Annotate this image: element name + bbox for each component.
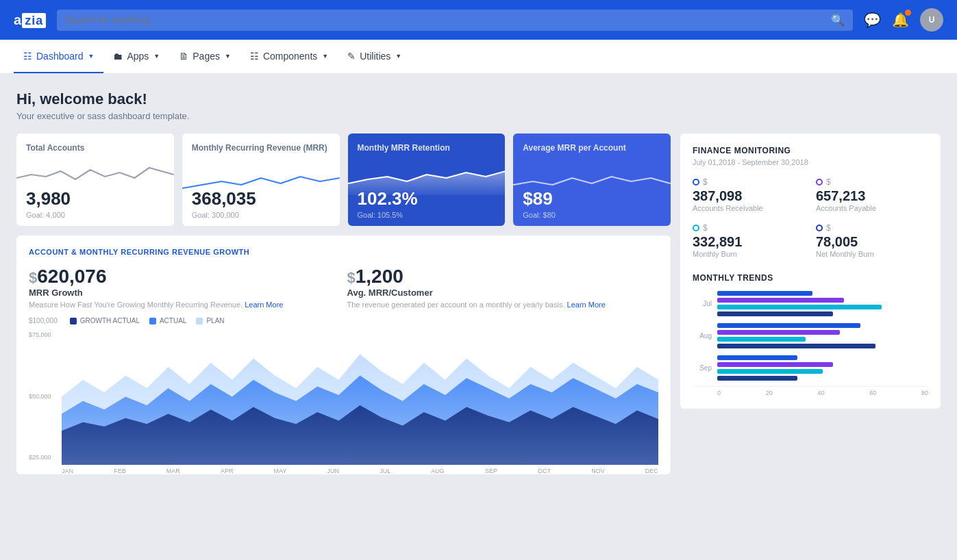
y-axis-labels: $75,000 $50,000 $25,000 (29, 329, 62, 461)
chevron-down-icon-apps: ▼ (153, 53, 160, 60)
learn-more-2[interactable]: Learn More (567, 301, 606, 309)
stat-card-retention: Monthly MRR Retention 102.3% (348, 133, 506, 226)
fi-value-ar: 387,098 (693, 188, 805, 204)
bell-icon[interactable]: 🔔 (892, 12, 909, 28)
fi-label-ap: Accounts Payable (816, 204, 928, 212)
utilities-icon: ✎ (347, 51, 356, 62)
secondary-nav: ☷ Dashboard ▼ 🖿 Apps ▼ 🗎 Pages ▼ ☷ Compo… (0, 40, 957, 74)
legend-dot-actual (149, 318, 156, 324)
sparkline-avg-mrr (513, 164, 671, 195)
nav-label-apps: Apps (127, 51, 149, 62)
dot-ap (816, 179, 823, 186)
x-axis-labels: JAN FEB MAR APR MAY JUN JUL AUG SEP OCT … (62, 465, 658, 474)
stat-title-avg-mrr: Average MRR per Account (523, 143, 661, 153)
metric-mrr-desc: Measure How Fast You're Growing Monthly … (29, 300, 340, 310)
area-chart-container: $75,000 $50,000 $25,000 (29, 329, 658, 474)
welcome-subtext: Your executive or sass dashboard templat… (16, 111, 941, 121)
stat-card-mrr: Monthly Recurring Revenue (MRR) 368,035 … (182, 133, 340, 226)
dollar-sign-1: $ (29, 269, 37, 286)
bar-sep-4 (717, 376, 797, 381)
finance-item-nmb: $ 78,005 Net Monthly Burn (816, 223, 928, 258)
fi-label-nmb: Net Monthly Burn (816, 250, 928, 258)
learn-more-1[interactable]: Learn More (245, 301, 283, 309)
left-panel: Total Accounts 3,980 Goal: 4,000 Monthly… (16, 133, 671, 474)
bar-aug-1 (717, 323, 860, 328)
dollar-sign-2: $ (347, 269, 356, 286)
components-icon: ☷ (250, 51, 259, 62)
monthly-trends-title: MONTHLY TRENDS (693, 273, 928, 283)
nav-label-components: Components (263, 51, 317, 62)
sparkline-retention (348, 164, 506, 195)
nav-item-dashboard[interactable]: ☷ Dashboard ▼ (14, 40, 103, 73)
metric-avg-value: $1,200 (347, 266, 659, 288)
nav-item-apps[interactable]: 🖿 Apps ▼ (103, 40, 169, 73)
dashboard-icon: ☷ (23, 51, 32, 62)
fi-dollar-nmb: $ (826, 223, 831, 233)
stat-goal-retention: Goal: 105.5% (358, 211, 496, 219)
stat-value-accounts: 3,980 (26, 188, 164, 209)
nav-item-components[interactable]: ☷ Components ▼ (240, 40, 338, 73)
pages-icon: 🗎 (179, 51, 188, 62)
nav-label-dashboard: Dashboard (36, 51, 84, 62)
fi-dollar-mb: $ (703, 223, 708, 233)
chevron-down-icon-components: ▼ (322, 53, 328, 60)
nav-item-utilities[interactable]: ✎ Utilities ▼ (338, 40, 411, 73)
finance-items-grid: $ 387,098 Accounts Receivable $ 657,213 … (693, 177, 928, 258)
legend-item-actual: ACTUAL (149, 317, 186, 324)
chat-icon[interactable]: 💬 (864, 12, 881, 28)
fi-dollar-ar: $ (703, 177, 708, 187)
search-container: 🔍 (57, 10, 853, 31)
stat-title-retention: Monthly MRR Retention (358, 143, 496, 153)
stat-title-accounts: Total Accounts (26, 143, 164, 153)
chevron-down-icon-utilities: ▼ (395, 53, 401, 60)
stat-goal-avg-mrr: Goal: $80 (523, 211, 661, 219)
logo-highlight: zia (22, 13, 46, 28)
chevron-down-icon: ▼ (88, 53, 95, 60)
bar-row-sep: Sep (693, 355, 928, 381)
avatar[interactable]: U (920, 8, 943, 31)
top-nav: azia 🔍 💬 🔔 U (0, 0, 957, 40)
bar-month-aug: Aug (693, 332, 712, 340)
legend-label-plan: PLAN (206, 317, 224, 324)
nav-icons-group: 💬 🔔 U (864, 8, 943, 31)
sparkline-mrr (182, 164, 340, 195)
metric-avg-customer: $1,200 Avg. MRR/Customer The revenue gen… (347, 266, 659, 310)
finance-item-ar: $ 387,098 Accounts Receivable (693, 177, 805, 212)
bar-aug-2 (717, 330, 840, 335)
bar-aug-4 (717, 344, 875, 348)
apps-icon: 🖿 (113, 51, 123, 62)
fi-value-ap: 657,213 (816, 188, 928, 204)
bar-jul-2 (717, 298, 844, 303)
nav-label-utilities: Utilities (360, 51, 390, 62)
stat-goal-mrr: Goal: 300,000 (192, 211, 330, 219)
search-input[interactable] (65, 14, 825, 25)
legend-dot-plan (196, 318, 203, 324)
area-chart (62, 329, 658, 465)
growth-metrics: $620,076 MRR Growth Measure How Fast You… (29, 266, 658, 310)
stats-row: Total Accounts 3,980 Goal: 4,000 Monthly… (16, 133, 671, 226)
bar-row-aug: Aug (693, 323, 928, 348)
legend-item-growth: GROWTH ACTUAL (70, 317, 140, 324)
fi-value-mb: 332,891 (693, 234, 805, 250)
bar-aug-3 (717, 337, 806, 342)
avatar-initials: U (929, 15, 935, 25)
finance-title: FINANCE MONITORING (693, 146, 928, 155)
nav-label-pages: Pages (192, 51, 220, 62)
fi-dollar-ap: $ (826, 177, 831, 187)
stat-card-avg-mrr: Average MRR per Account $89 Goal: $80 (513, 133, 671, 226)
fi-label-ar: Accounts Receivable (693, 204, 805, 212)
bar-row-jul: Jul (693, 291, 928, 316)
bar-jul-4 (717, 311, 833, 316)
legend-label-growth: GROWTH ACTUAL (80, 317, 140, 324)
bar-group-aug (717, 323, 928, 348)
nav-item-pages[interactable]: 🗎 Pages ▼ (169, 40, 240, 73)
fi-label-mb: Monthly Burn (693, 250, 805, 258)
bar-chart: Jul Aug (693, 291, 928, 396)
legend-dot-growth (70, 318, 77, 324)
bar-jul-3 (717, 305, 882, 309)
metric-avg-label: Avg. MRR/Customer (347, 288, 659, 298)
chevron-down-icon-pages: ▼ (225, 53, 231, 60)
main-content: Hi, welcome back! Your executive or sass… (0, 74, 957, 560)
metric-mrr-label: MRR Growth (29, 288, 340, 298)
right-panel: FINANCE MONITORING July 01,2018 - Septem… (680, 133, 941, 409)
